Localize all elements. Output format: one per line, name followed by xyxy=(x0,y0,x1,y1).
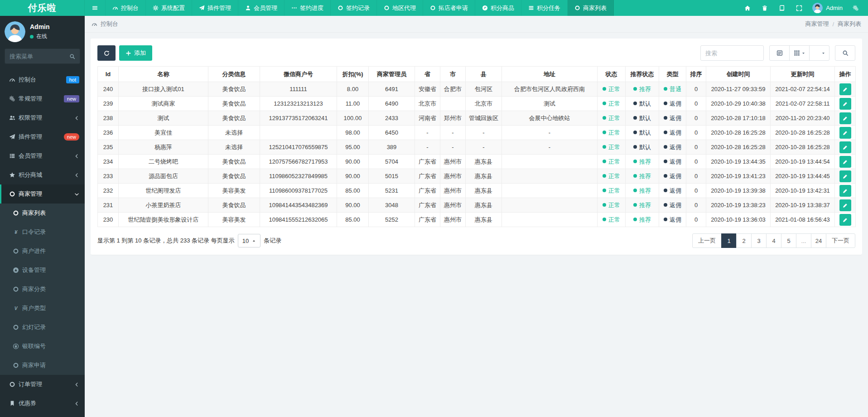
cell-county: - xyxy=(466,126,502,140)
topnav-item[interactable]: 系统配置 xyxy=(146,0,192,16)
sidebar-subitem[interactable]: V商户类型 xyxy=(0,299,85,318)
edit-button[interactable] xyxy=(839,214,851,226)
status-text: 推荐 xyxy=(639,86,651,92)
page-button[interactable]: 24 xyxy=(811,233,826,248)
topnav-item[interactable]: 地区代理 xyxy=(377,0,423,16)
edit-button[interactable] xyxy=(839,141,851,153)
topnav-user[interactable]: Admin xyxy=(808,3,847,13)
edit-button[interactable] xyxy=(839,112,851,124)
trash-button[interactable] xyxy=(756,0,773,16)
breadcrumb-parent[interactable]: 商家管理 xyxy=(805,20,829,28)
edit-button[interactable] xyxy=(839,170,851,182)
page-button[interactable]: 5 xyxy=(781,233,796,248)
status-dot xyxy=(664,203,667,207)
topnav-item[interactable]: 签约记录 xyxy=(331,0,377,16)
sidebar-item-label: 权限管理 xyxy=(19,114,74,122)
status-text: 正常 xyxy=(608,100,620,107)
add-button[interactable]: 添加 xyxy=(119,45,152,61)
page-size-select[interactable]: 10 xyxy=(238,234,260,247)
sidebar-subitem[interactable]: 商户进件 xyxy=(0,242,85,261)
sidebar-search-input[interactable] xyxy=(10,53,69,60)
log-button[interactable] xyxy=(773,0,791,16)
badge: hot xyxy=(66,76,79,83)
sidebar-item[interactable]: 订单管理 xyxy=(0,375,85,394)
caret-down-icon xyxy=(821,51,825,55)
sidebar-subitem[interactable]: 银联编号 xyxy=(0,337,85,356)
sidebar-subitem-label: 商家分类 xyxy=(22,285,79,293)
status-dot xyxy=(664,145,667,149)
topnav-item[interactable]: 积分任务 xyxy=(521,0,568,16)
page-button: ... xyxy=(796,233,811,248)
detail-view-button[interactable] xyxy=(769,45,790,61)
columns-button[interactable] xyxy=(789,45,810,61)
cell-county: 惠东县 xyxy=(466,169,502,184)
sidebar-subitem[interactable]: 设备管理 xyxy=(0,261,85,280)
sidebar-subitem[interactable]: 商家申请 xyxy=(0,356,85,375)
edit-button[interactable] xyxy=(839,156,851,168)
chevron-left-icon xyxy=(74,154,79,159)
pencil-icon xyxy=(843,116,848,121)
cell-category: 美食饮品 xyxy=(208,97,260,111)
sidebar-toggle-button[interactable] xyxy=(85,0,106,16)
refresh-button[interactable] xyxy=(97,45,116,61)
topnav-item[interactable]: 商家列表 xyxy=(568,0,614,16)
sidebar-item[interactable]: 会员管理 xyxy=(0,146,85,165)
cell-type: 返佣 xyxy=(659,155,686,169)
sidebar-subitem[interactable]: 幻灯记录 xyxy=(0,318,85,337)
status-text: 推荐 xyxy=(639,202,651,208)
page-button[interactable]: 1 xyxy=(721,233,737,248)
fullscreen-button[interactable] xyxy=(791,0,808,16)
sidebar-item[interactable]: 权限管理 xyxy=(0,108,85,127)
topnav-item[interactable]: 签约进度 xyxy=(285,0,331,16)
edit-button[interactable] xyxy=(839,127,851,139)
cell-category: 美食饮品 xyxy=(208,198,260,213)
sidebar-item[interactable]: 积分商城 xyxy=(0,165,85,184)
page-button[interactable]: 4 xyxy=(766,233,781,248)
topnav-item-label: 签约记录 xyxy=(346,4,370,12)
trash-icon xyxy=(762,5,768,11)
cell-discount: 100.00 xyxy=(337,111,369,126)
cell-county: 管城回族区 xyxy=(466,111,502,126)
sidebar-item[interactable]: 常规管理new xyxy=(0,89,85,108)
topnav-item[interactable]: 会员管理 xyxy=(238,0,285,16)
edit-button[interactable] xyxy=(839,185,851,197)
sidebar-item[interactable]: 优惠券 xyxy=(0,394,85,413)
edit-button[interactable] xyxy=(839,199,851,211)
column-header: 状态 xyxy=(598,67,626,82)
prev-page-button[interactable]: 上一页 xyxy=(692,233,722,248)
page-button[interactable]: 2 xyxy=(736,233,752,248)
edit-button[interactable] xyxy=(839,98,851,110)
export-button[interactable] xyxy=(809,45,829,61)
table-body: 240接口接入测试01美食饮品1111118.006491安徽省合肥市包河区合肥… xyxy=(98,82,856,227)
caret-down-icon xyxy=(801,51,805,55)
breadcrumb-bar: 控制台 商家管理 / 商家列表 xyxy=(85,16,868,33)
sidebar-subitem[interactable]: 商家列表 xyxy=(0,204,85,223)
sidebar-item[interactable]: 控制台hot xyxy=(0,70,85,89)
search-toggle-button[interactable] xyxy=(835,45,855,61)
cogs-icon xyxy=(853,5,859,11)
ellipsis-icon xyxy=(291,5,297,11)
topnav-item[interactable]: 控制台 xyxy=(106,0,146,16)
cell-recommend: 默认 xyxy=(626,97,659,111)
settings-button[interactable] xyxy=(847,0,864,16)
table-search-input[interactable] xyxy=(700,45,764,61)
sidebar-item[interactable]: 插件管理new xyxy=(0,127,85,146)
sidebar-item-label: 控制台 xyxy=(19,76,66,84)
home-button[interactable] xyxy=(739,0,756,16)
chevron-left-icon xyxy=(74,116,79,121)
status-text: 正常 xyxy=(608,144,620,150)
cell-recommend: 推荐 xyxy=(626,198,659,213)
topnav-item[interactable]: 拓店者申请 xyxy=(423,0,475,16)
cell-province: 广东省 xyxy=(415,155,440,169)
sidebar-subitem[interactable]: ¥口令记录 xyxy=(0,223,85,242)
page-button[interactable]: 3 xyxy=(751,233,767,248)
status-text: 正常 xyxy=(608,158,620,165)
next-page-button[interactable]: 下一页 xyxy=(826,233,855,248)
status-dot xyxy=(664,189,667,192)
edit-button[interactable] xyxy=(839,83,851,95)
topnav-item[interactable]: 插件管理 xyxy=(192,0,238,16)
sidebar-subitem[interactable]: 商家分类 xyxy=(0,280,85,299)
status-dot xyxy=(633,218,637,221)
sidebar-item[interactable]: 商家管理 xyxy=(0,184,85,204)
topnav-item[interactable]: P积分商品 xyxy=(475,0,521,16)
